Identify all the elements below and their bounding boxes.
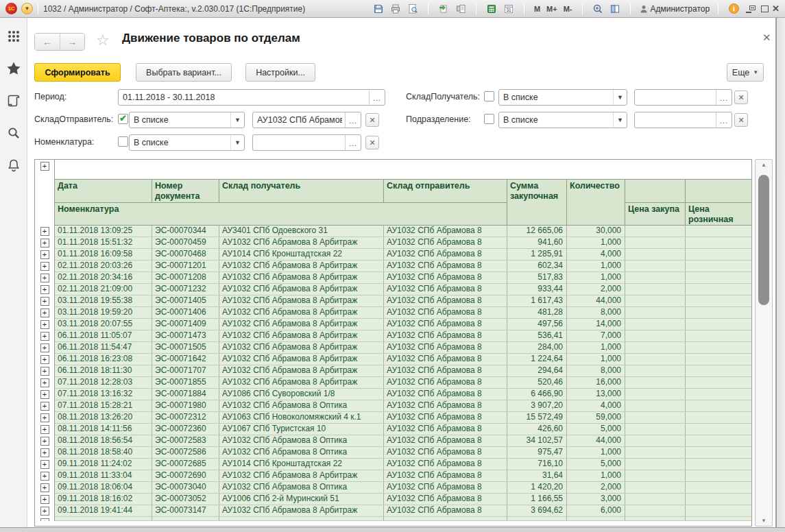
sender-clear-button[interactable]: ✕ [365, 113, 379, 127]
cell-p2 [686, 249, 752, 261]
cell-doc: ЭС-00071980 [152, 400, 219, 412]
print-document-icon[interactable] [454, 2, 468, 16]
scrollbar-thumb[interactable] [758, 175, 769, 305]
row-expand-button[interactable]: + [40, 460, 49, 469]
favorites-star-icon[interactable] [6, 61, 21, 76]
row-expand-button[interactable]: + [40, 274, 49, 282]
row-expand-button[interactable]: + [40, 437, 49, 446]
row-expand-button[interactable]: + [40, 495, 49, 504]
row-expand-button[interactable]: + [40, 472, 49, 481]
row-expand-button[interactable]: + [40, 413, 49, 422]
print-preview-icon[interactable] [406, 2, 420, 16]
save-icon[interactable] [372, 2, 385, 16]
receiver-value-input[interactable] [635, 90, 716, 105]
nomenclature-checkbox[interactable] [118, 136, 128, 147]
department-clear-button[interactable]: ✕ [734, 113, 748, 127]
expand-all-button[interactable]: + [40, 162, 49, 171]
history-icon[interactable] [6, 93, 21, 108]
cell-sender: АУ1032 СПб Абрамова 8 [384, 342, 507, 354]
receiver-condition-select[interactable]: В списке ▼ [498, 89, 627, 106]
period-picker-button[interactable]: ... [369, 90, 385, 105]
menu-grid-icon[interactable] [6, 29, 21, 44]
zoom-icon[interactable] [591, 2, 605, 16]
calculator-icon[interactable] [485, 2, 498, 16]
svg-text:i: i [733, 5, 735, 12]
cell-p2 [686, 482, 752, 494]
row-expand-button[interactable]: + [40, 250, 49, 259]
nomenclature-clear-button[interactable]: ✕ [365, 136, 379, 149]
cell-p2 [686, 494, 752, 505]
nomenclature-value-input[interactable] [253, 135, 345, 150]
settings-button[interactable]: Настройки... [245, 63, 315, 82]
sender-picker-button[interactable]: ... [345, 112, 361, 128]
close-tab-button[interactable]: ✕ [762, 32, 771, 44]
row-expand-button[interactable]: + [40, 448, 49, 457]
memory-m-plus-button[interactable]: M+ [545, 5, 559, 13]
more-button[interactable]: Еще▼ [727, 63, 764, 82]
nomenclature-picker-button[interactable]: ... [345, 135, 361, 150]
split-view-icon[interactable] [608, 2, 622, 16]
row-expand-button[interactable]: + [40, 425, 49, 434]
table-row: +02.11.2018 20:03:26ЭС-00071201АУ1032 СП… [35, 261, 751, 272]
department-picker-button[interactable]: ... [716, 112, 732, 128]
print-icon[interactable] [389, 2, 402, 16]
memory-m-button[interactable]: M [533, 5, 542, 13]
scroll-up-arrow[interactable]: ▲ [756, 162, 772, 168]
row-expand-button[interactable]: + [40, 297, 49, 306]
receiver-clear-button[interactable]: ✕ [734, 90, 748, 104]
generate-button[interactable]: Сформировать [34, 63, 121, 82]
info-icon[interactable]: i [727, 2, 740, 16]
user-button[interactable]: Администратор [639, 4, 710, 14]
row-expand-button[interactable]: + [40, 507, 49, 516]
row-expand-button[interactable]: + [40, 239, 49, 247]
row-expand-button[interactable]: + [40, 390, 49, 399]
back-button[interactable]: ← [35, 34, 60, 50]
row-expand-button[interactable]: + [40, 320, 49, 329]
department-checkbox[interactable] [484, 114, 494, 124]
vertical-scrollbar[interactable]: ▲ ▼ [755, 159, 773, 527]
row-expand-button[interactable]: + [40, 483, 49, 492]
nomenclature-condition-select[interactable]: В списке ▼ [129, 134, 245, 151]
sender-condition-select[interactable]: В списке ▼ [129, 112, 245, 128]
cell-receiver: АУ1032 СПб Абрамова 8 Арбитраж [219, 505, 384, 517]
cell-sum: 941,60 [507, 237, 567, 249]
cell-receiver: АУ1086 СПб Суворовский 1/8 [219, 389, 384, 400]
department-value-input[interactable] [635, 112, 716, 128]
row-expand-button[interactable]: + [40, 285, 49, 294]
dock-window-icon[interactable] [744, 2, 758, 16]
select-variant-button[interactable]: Выбрать вариант... [136, 63, 232, 82]
period-input[interactable] [119, 90, 369, 105]
cell-receiver: АУ1032 СПб Абрамова 8 Арбитраж [219, 330, 384, 342]
report-grid: + Дата Номер документа Склад получатель … [34, 159, 752, 527]
row-expand-button[interactable]: + [40, 309, 49, 317]
memory-m-minus-button[interactable]: M- [562, 5, 574, 13]
sender-checkbox[interactable]: ✔ [118, 114, 128, 124]
row-expand-button[interactable]: + [40, 343, 49, 352]
calendar-icon[interactable]: 31 [502, 2, 516, 16]
cell-date: 09.11.2018 19:41:44 [55, 505, 152, 517]
cell-receiver: АУ1063 СПб Новоколомяжский 4 к.1 [219, 412, 384, 424]
row-expand-button[interactable]: + [40, 367, 49, 376]
favorite-toggle-icon[interactable]: ☆ [96, 32, 110, 49]
row-expand-button[interactable]: + [40, 355, 49, 364]
row-expand-button[interactable]: + [40, 262, 49, 271]
sender-value-input[interactable] [253, 112, 345, 128]
table-row: +09.11.2018 11:24:02ЭС-00072685АУ1014 СП… [35, 459, 751, 470]
row-expand-button[interactable]: + [40, 378, 49, 387]
row-expand-button[interactable]: + [40, 402, 49, 411]
scroll-down-arrow[interactable]: ▼ [756, 518, 772, 524]
row-expand-button[interactable]: + [40, 227, 49, 236]
forward-button[interactable]: → [60, 34, 84, 50]
close-window-button[interactable]: ✕ [772, 3, 780, 14]
cell-p1 [625, 447, 686, 459]
receiver-picker-button[interactable]: ... [716, 90, 732, 105]
main-menu-button[interactable]: ▼ [21, 3, 33, 14]
notifications-bell-icon[interactable] [6, 158, 21, 173]
department-condition-select[interactable]: В списке ▼ [498, 112, 627, 128]
search-icon[interactable] [6, 125, 21, 141]
save-copy-icon[interactable] [437, 2, 450, 16]
maximize-button[interactable] [761, 5, 769, 12]
cell-sum: 1 420,20 [507, 482, 567, 494]
receiver-checkbox[interactable] [484, 91, 494, 101]
row-expand-button[interactable]: + [40, 332, 49, 341]
